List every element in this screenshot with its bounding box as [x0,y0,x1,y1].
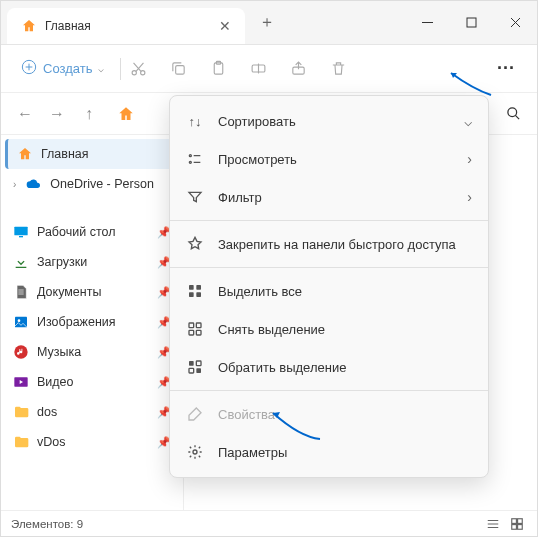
sidebar-label: Видео [37,375,74,389]
menu-select-none[interactable]: Снять выделение [170,310,488,348]
svg-rect-29 [196,368,201,373]
search-button[interactable] [499,100,527,128]
sidebar-home[interactable]: Главная [5,139,179,169]
sidebar-vdos[interactable]: vDos 📌 [1,427,183,457]
window-titlebar: Главная ✕ ＋ [1,1,537,45]
svg-point-2 [132,71,136,75]
select-all-icon [186,282,204,300]
paste-button[interactable] [209,60,227,78]
menu-invert-selection[interactable]: Обратить выделение [170,348,488,386]
sidebar-documents[interactable]: Документы 📌 [1,277,183,307]
new-tab-button[interactable]: ＋ [259,12,275,33]
svg-rect-23 [196,323,201,328]
menu-label: Снять выделение [218,322,325,337]
minimize-button[interactable] [405,1,449,45]
rename-button[interactable] [249,60,267,78]
svg-point-9 [507,108,516,117]
svg-rect-31 [512,518,517,523]
svg-point-3 [141,71,145,75]
svg-rect-27 [196,361,201,366]
plus-circle-icon [21,59,37,78]
svg-rect-34 [518,524,523,529]
menu-select-all[interactable]: Выделить все [170,272,488,310]
sidebar-pictures[interactable]: Изображения 📌 [1,307,183,337]
menu-sort[interactable]: ↑↓ Сортировать ⌵ [170,102,488,140]
svg-rect-33 [512,524,517,529]
up-button[interactable]: ↑ [75,100,103,128]
properties-icon [186,405,204,423]
menu-label: Обратить выделение [218,360,346,375]
svg-rect-32 [518,518,523,523]
sidebar-desktop[interactable]: Рабочий стол 📌 [1,217,183,247]
breadcrumb-home-icon[interactable] [115,103,137,125]
sidebar-onedrive[interactable]: › OneDrive - Person [1,169,183,199]
menu-filter[interactable]: Фильтр › [170,178,488,216]
pictures-icon [13,314,29,330]
details-view-button[interactable] [483,514,503,534]
svg-rect-28 [189,368,194,373]
svg-point-16 [189,155,191,157]
svg-rect-24 [189,330,194,335]
pin-icon [186,235,204,253]
tab-close-button[interactable]: ✕ [219,18,231,34]
close-button[interactable] [493,1,537,45]
svg-rect-4 [176,66,185,75]
sidebar-label: dos [37,405,57,419]
tab-home[interactable]: Главная ✕ [7,8,245,44]
sidebar-label: Загрузки [37,255,87,269]
cut-button[interactable] [129,60,147,78]
sidebar-label: Изображения [37,315,116,329]
sidebar-label: Документы [37,285,101,299]
back-button[interactable]: ← [11,100,39,128]
svg-point-13 [18,319,21,322]
status-bar: Элементов: 9 [1,510,537,536]
sidebar-videos[interactable]: Видео 📌 [1,367,183,397]
forward-button[interactable]: → [43,100,71,128]
gear-icon [186,443,204,461]
delete-button[interactable] [329,60,347,78]
view-icon [186,150,204,168]
videos-icon [13,374,29,390]
svg-rect-22 [189,323,194,328]
maximize-button[interactable] [449,1,493,45]
sidebar-dos[interactable]: dos 📌 [1,397,183,427]
menu-options[interactable]: Параметры [170,433,488,471]
svg-rect-10 [14,227,27,236]
menu-label: Закрепить на панели быстрого доступа [218,237,456,252]
music-icon [13,344,29,360]
menu-pin-quick-access[interactable]: Закрепить на панели быстрого доступа [170,225,488,263]
svg-rect-0 [467,18,476,27]
share-button[interactable] [289,60,307,78]
chevron-right-icon: › [467,151,472,167]
downloads-icon [13,254,29,270]
thumbnails-view-button[interactable] [507,514,527,534]
menu-view[interactable]: Просмотреть › [170,140,488,178]
create-label: Создать [43,61,92,76]
more-options-button[interactable]: ··· [487,52,525,85]
menu-label: Сортировать [218,114,296,129]
desktop-icon [13,224,29,240]
command-toolbar: Создать ⌵ ··· [1,45,537,93]
menu-label: Просмотреть [218,152,297,167]
sidebar-music[interactable]: Музыка 📌 [1,337,183,367]
chevron-right-icon: › [467,189,472,205]
svg-rect-20 [189,292,194,297]
folder-icon [13,434,29,450]
navigation-sidebar: Главная › OneDrive - Person Рабочий стол… [1,135,184,510]
folder-icon [13,404,29,420]
create-button[interactable]: Создать ⌵ [13,53,112,84]
sidebar-label: Рабочий стол [37,225,115,239]
svg-rect-11 [19,236,23,237]
home-icon [21,18,37,34]
svg-rect-18 [189,285,194,290]
copy-button[interactable] [169,60,187,78]
svg-point-30 [193,450,197,454]
sort-icon: ↑↓ [186,112,204,130]
expand-icon[interactable]: › [13,179,16,190]
menu-label: Выделить все [218,284,302,299]
sidebar-downloads[interactable]: Загрузки 📌 [1,247,183,277]
svg-point-17 [189,161,191,163]
onedrive-icon [26,176,42,192]
home-icon [17,146,33,162]
more-dropdown-menu: ↑↓ Сортировать ⌵ Просмотреть › Фильтр › … [169,95,489,478]
